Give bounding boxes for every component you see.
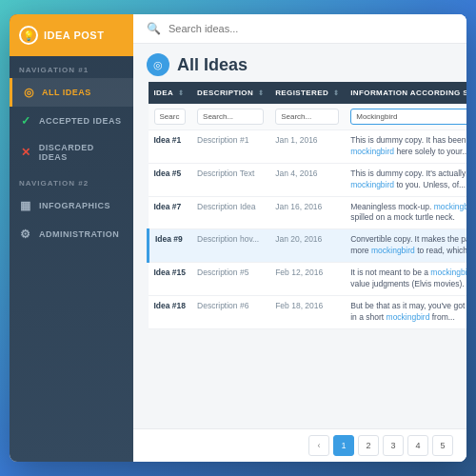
logo-icon: 💡 [19, 26, 38, 45]
page-header-icon: ◎ [147, 53, 169, 76]
pagination: ‹ 1 2 3 4 5 [133, 428, 466, 462]
sidebar-item-discarded-ideas[interactable]: ✕ DISCARDED IDEAS [10, 135, 133, 169]
cell-description: Description #1 [191, 130, 269, 164]
pagination-page-2[interactable]: 2 [358, 435, 379, 456]
cell-description: Description #5 [191, 263, 269, 296]
discarded-label: DISCARDED IDEAS [39, 143, 124, 162]
cell-idea: Idea #1 [149, 130, 192, 164]
table-wrapper: IDEA ⇕ DESCRIPTION ⇕ REGISTERED ⇕ INFO [133, 82, 466, 428]
sort-idea-icon: ⇕ [178, 89, 184, 96]
cell-information: Convertible copy. It makes the page more… [345, 229, 466, 263]
col-registered[interactable]: REGISTERED ⇕ [269, 82, 345, 104]
col-idea[interactable]: IDEA ⇕ [149, 82, 192, 104]
infographics-icon: ▦ [19, 199, 32, 212]
ideas-table: IDEA ⇕ DESCRIPTION ⇕ REGISTERED ⇕ INFO [147, 82, 466, 329]
table-row[interactable]: Idea #7 Description Idea Jan 16, 2016 Me… [149, 196, 467, 229]
nav-section-2-label: NAVIGATION #2 [10, 169, 133, 191]
page-title: All Ideas [177, 55, 248, 75]
filter-desc-cell [191, 104, 269, 130]
filter-reg-input[interactable] [275, 109, 339, 125]
infographics-label: INFOGRAPHICS [39, 201, 110, 210]
cell-registered: Feb 18, 2016 [269, 295, 345, 328]
highlight-word: mockingbird [387, 312, 430, 322]
cell-description: Description #6 [191, 295, 269, 328]
pagination-page-3[interactable]: 3 [383, 435, 404, 456]
highlight-word: mockingbird [434, 202, 466, 211]
sidebar: 💡 IDEA POST NAVIGATION #1 ◎ ALL IDEAS ✓ … [10, 14, 133, 462]
cell-idea: Idea #7 [149, 196, 192, 229]
table-row[interactable]: Idea #18 Description #6 Feb 18, 2016 But… [149, 295, 467, 328]
accepted-icon: ✓ [19, 114, 32, 128]
filter-reg-cell [269, 104, 345, 130]
filter-desc-input[interactable] [197, 109, 264, 125]
sidebar-item-all-ideas[interactable]: ◎ ALL IDEAS [10, 78, 133, 107]
cell-registered: Jan 4, 2016 [269, 163, 345, 196]
cell-information: This is dummy copy. It's actually mockin… [345, 163, 466, 196]
all-ideas-label: ALL IDEAS [42, 88, 91, 97]
cell-description: Description Text [191, 163, 269, 196]
table-header-row: IDEA ⇕ DESCRIPTION ⇕ REGISTERED ⇕ INFO [149, 82, 467, 104]
cell-information: But be that as it may, you've got to thr… [345, 295, 466, 328]
sidebar-item-administration[interactable]: ⚙ ADMINISTRATION [10, 220, 133, 248]
cell-registered: Feb 12, 2016 [269, 263, 345, 296]
administration-icon: ⚙ [19, 228, 32, 241]
global-search-input[interactable] [169, 23, 453, 34]
pagination-page-4[interactable]: 4 [407, 435, 428, 456]
table-row[interactable]: Idea #5 Description Text Jan 4, 2016 Thi… [149, 163, 467, 196]
highlight-word: mockingbird [350, 180, 394, 189]
cell-registered: Jan 1, 2016 [269, 130, 345, 164]
filter-idea-input[interactable] [154, 109, 187, 125]
sidebar-item-infographics[interactable]: ▦ INFOGRAPHICS [10, 191, 133, 220]
search-icon: 🔍 [147, 22, 161, 35]
filter-info-cell [345, 104, 466, 130]
cell-description: Description Idea [191, 196, 269, 229]
cell-idea: Idea #18 [149, 295, 192, 328]
pagination-page-1[interactable]: 1 [333, 435, 354, 456]
highlight-word: mockingbird [371, 246, 415, 255]
nav-section-1-label: NAVIGATION #1 [10, 56, 133, 78]
accepted-label: ACCEPTED IDEAS [39, 116, 122, 126]
cell-registered: Jan 20, 2016 [269, 229, 345, 263]
pagination-prev[interactable]: ‹ [308, 435, 329, 456]
topbar: 🔍 [133, 14, 466, 44]
table-row[interactable]: Idea #9 Description hov... Jan 20, 2016 … [149, 229, 467, 263]
sidebar-logo: 💡 IDEA POST [10, 14, 133, 56]
main-content: 🔍 ◎ All Ideas IDEA ⇕ DESCRIPTION [133, 14, 466, 462]
administration-label: ADMINISTRATION [39, 229, 119, 239]
sidebar-item-accepted-ideas[interactable]: ✓ ACCEPTED IDEAS [10, 107, 133, 135]
cell-description: Description hov... [191, 229, 269, 263]
filter-info-input[interactable] [350, 109, 466, 125]
filter-idea-cell [149, 104, 192, 130]
cell-registered: Jan 16, 2016 [269, 196, 345, 229]
highlight-word: mockingbird [350, 147, 394, 156]
cell-information: It is not meant to be a mockingbird for … [345, 263, 466, 296]
cell-information: Meaningless mock-up. mockingbird soup sp… [345, 196, 466, 229]
app-container: 💡 IDEA POST NAVIGATION #1 ◎ ALL IDEAS ✓ … [10, 14, 466, 462]
pagination-page-5[interactable]: 5 [432, 435, 453, 456]
page-header: ◎ All Ideas [133, 44, 466, 82]
col-information[interactable]: INFORMATION ACCORDING STATE ⇕ [345, 82, 466, 104]
filter-row [149, 104, 467, 130]
col-description[interactable]: DESCRIPTION ⇕ [191, 82, 269, 104]
table-row[interactable]: Idea #1 Description #1 Jan 1, 2016 This … [149, 130, 467, 164]
sort-desc-icon: ⇕ [258, 89, 264, 96]
all-ideas-icon: ◎ [22, 86, 35, 99]
cell-idea: Idea #15 [149, 263, 192, 296]
cell-idea: Idea #9 [149, 229, 192, 263]
sort-reg-icon: ⇕ [333, 89, 339, 96]
table-row[interactable]: Idea #15 Description #5 Feb 12, 2016 It … [149, 263, 467, 296]
cell-idea: Idea #5 [149, 163, 192, 196]
discarded-icon: ✕ [19, 146, 32, 159]
highlight-word: mockingbird [430, 268, 466, 277]
cell-information: This is dummy copy. It has been mockingb… [345, 130, 466, 164]
logo-text: IDEA POST [44, 30, 104, 41]
